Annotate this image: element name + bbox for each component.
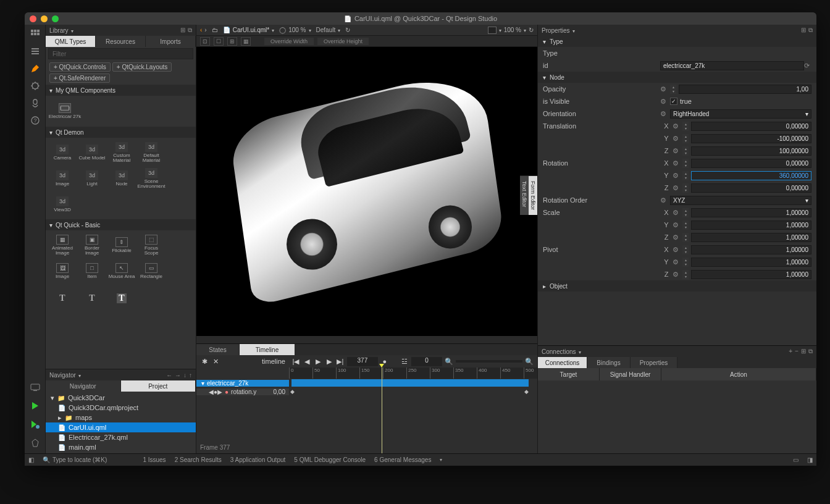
timeline-value-field[interactable]: 0 — [411, 357, 442, 366]
3d-viewport[interactable]: Form Editor Text Editor — [196, 47, 537, 343]
edit-mode-icon[interactable] — [30, 46, 41, 57]
component-view3d[interactable]: 3dView3D — [48, 192, 77, 217]
section-qt-quick-basic[interactable]: ▾Qt Quick - Basic — [46, 219, 196, 230]
spin-buttons[interactable]: ▴▾ — [682, 245, 689, 254]
bg-color-picker[interactable] — [488, 27, 497, 34]
gear-icon[interactable]: ⚙ — [673, 233, 680, 241]
spin-buttons[interactable]: ▴▾ — [682, 134, 689, 143]
section-node[interactable]: ▾Node — [538, 72, 816, 83]
zoom-in-icon[interactable]: 🔍 — [525, 357, 534, 366]
window-close-button[interactable] — [30, 15, 36, 22]
curve-icon[interactable]: ☳ — [400, 357, 409, 366]
tab-qml-types[interactable]: QML Types — [46, 36, 96, 47]
gear-icon[interactable]: ⚙ — [673, 221, 680, 229]
to-start-icon[interactable]: |◀ — [291, 357, 300, 366]
window-minimize-button[interactable] — [41, 15, 48, 22]
spin-buttons[interactable]: ▴▾ — [682, 258, 689, 267]
locator-input[interactable]: 🔍 Type to locate (⌘K) — [43, 456, 107, 463]
spin-buttons[interactable]: ▴▾ — [682, 122, 689, 131]
snap-icon[interactable]: ⊡ — [200, 37, 210, 46]
zoom-slider[interactable] — [456, 360, 522, 363]
translation-y-field[interactable]: -100,00000 — [691, 134, 811, 143]
sb-more-icon[interactable] — [440, 457, 442, 463]
component-cube-model[interactable]: 3dCube Model — [78, 140, 106, 165]
spin-buttons[interactable]: ▴▾ — [682, 208, 689, 217]
gear-icon[interactable]: ⚙ — [673, 258, 680, 266]
tab-connections[interactable]: Connections — [538, 357, 587, 368]
component-electriccar[interactable]: Electriccar 27k — [48, 98, 82, 124]
tree-item-maps[interactable]: ▸📁maps — [46, 413, 196, 422]
tree-item-carui-ui-qml[interactable]: 📄CarUI.ui.qml — [46, 422, 196, 432]
refresh-icon[interactable]: ↻ — [345, 27, 350, 33]
orientation-combo[interactable]: RightHanded▾ — [670, 109, 811, 119]
toggle-sidebar-icon[interactable]: ◧ — [28, 456, 34, 463]
translation-z-field[interactable]: 100,00000 — [691, 146, 811, 156]
gear-icon[interactable]: ⚙ — [673, 271, 680, 278]
id-export-icon[interactable]: ⟳ — [804, 62, 811, 69]
component-image[interactable]: 3dImage — [48, 166, 77, 191]
scale-y-field[interactable]: 1,00000 — [691, 220, 811, 230]
tree-item-quick3dcar-qmlproject[interactable]: 📄Quick3DCar.qmlproject — [46, 403, 196, 413]
chip-qt-saferenderer[interactable]: + Qt.SafeRenderer — [49, 74, 110, 83]
component-camera[interactable]: 3dCamera — [48, 140, 77, 165]
translation-x-field[interactable]: 0,00000 — [691, 122, 811, 131]
tree-item-main-qml[interactable]: 📄main.qml — [46, 442, 196, 452]
library-add-icon[interactable]: ⊞ — [180, 27, 185, 34]
tab-project[interactable]: Project — [121, 380, 196, 392]
component-default-material[interactable]: 3dDefault Material — [137, 140, 166, 165]
nav-back-icon[interactable]: ← — [166, 372, 172, 379]
zoom-reset-icon[interactable]: ↻ — [529, 27, 534, 33]
pivot-y-field[interactable]: 1,00000 — [691, 258, 811, 267]
help-mode-icon[interactable]: ? — [30, 115, 41, 126]
sb-search[interactable]: 2 Search Results — [175, 456, 222, 463]
preview-icon[interactable]: ▦ — [241, 37, 251, 46]
timeline-property-row[interactable]: ◀●▶●rotation.y0,00 ◆◆ — [196, 387, 537, 396]
component-animated-image[interactable]: ▦Animated Image — [48, 233, 77, 258]
component-light[interactable]: 3dLight — [78, 166, 106, 191]
anchor-icon[interactable]: ⊞ — [227, 37, 237, 46]
gear-icon[interactable]: ⚙ — [673, 246, 680, 253]
target-selector-icon[interactable] — [30, 382, 41, 393]
toggle-output-icon[interactable]: ▭ — [793, 456, 799, 463]
crumb-fwd-icon[interactable]: › — [204, 27, 206, 33]
sb-issues[interactable]: 1 Issues — [143, 456, 166, 463]
conn-add-icon[interactable]: + — [789, 348, 792, 355]
gear-icon[interactable]: ⚙ — [660, 196, 668, 204]
gear-icon[interactable]: ⚙ — [673, 184, 680, 191]
rotorder-combo[interactable]: XYZ▾ — [670, 196, 811, 205]
library-detach-icon[interactable]: ⧉ — [188, 27, 192, 34]
conn-remove-icon[interactable]: − — [795, 348, 799, 355]
sb-app-output[interactable]: 3 Application Output — [230, 456, 286, 463]
crumb-back-icon[interactable]: ‹ — [200, 27, 202, 33]
tab-states[interactable]: States — [196, 344, 240, 355]
run-button-icon[interactable] — [30, 400, 41, 411]
section-my-components[interactable]: ▾My QML Components — [46, 85, 196, 96]
timeline-track-row[interactable]: ▾electriccar_27k — [196, 379, 537, 387]
prop-add-icon[interactable]: ⊞ — [801, 27, 806, 34]
rotation-x-field[interactable]: 0,00000 — [691, 159, 811, 168]
welcome-mode-icon[interactable] — [30, 28, 41, 40]
pivot-x-field[interactable]: 1,00000 — [691, 245, 811, 254]
prev-frame-icon[interactable]: ◀ — [303, 357, 311, 366]
tab-timeline[interactable]: Timeline — [240, 344, 295, 355]
tab-bindings[interactable]: Bindings — [587, 357, 631, 368]
component-item[interactable]: □Item — [78, 259, 106, 284]
spin-buttons[interactable]: ▴▾ — [682, 159, 689, 168]
toggle-right-sidebar-icon[interactable]: ◨ — [807, 456, 813, 463]
gear-icon[interactable]: ⚙ — [660, 98, 668, 105]
gear-icon[interactable]: ⚙ — [673, 159, 680, 167]
spin-buttons[interactable]: ▴▾ — [682, 146, 689, 156]
spin-buttons[interactable]: ▴▾ — [682, 220, 689, 230]
sb-qml-console[interactable]: 5 QML Debugger Console — [294, 456, 366, 463]
library-filter-input[interactable]: Filter — [48, 48, 193, 59]
tab-resources[interactable]: Resources — [96, 36, 146, 47]
next-frame-icon[interactable]: ▶ — [325, 357, 333, 366]
nav-up-icon[interactable]: ↑ — [189, 372, 192, 379]
window-maximize-button[interactable] — [52, 15, 59, 22]
tab-form-editor[interactable]: Form Editor — [529, 175, 537, 215]
run-debug-button-icon[interactable] — [30, 419, 41, 430]
gear-icon[interactable]: ⚙ — [660, 110, 668, 117]
crumb-filename[interactable]: CarUI.ui.qml* — [233, 27, 269, 33]
section-type[interactable]: ▾Type — [538, 36, 816, 47]
scale-z-field[interactable]: 1,00000 — [691, 233, 811, 242]
